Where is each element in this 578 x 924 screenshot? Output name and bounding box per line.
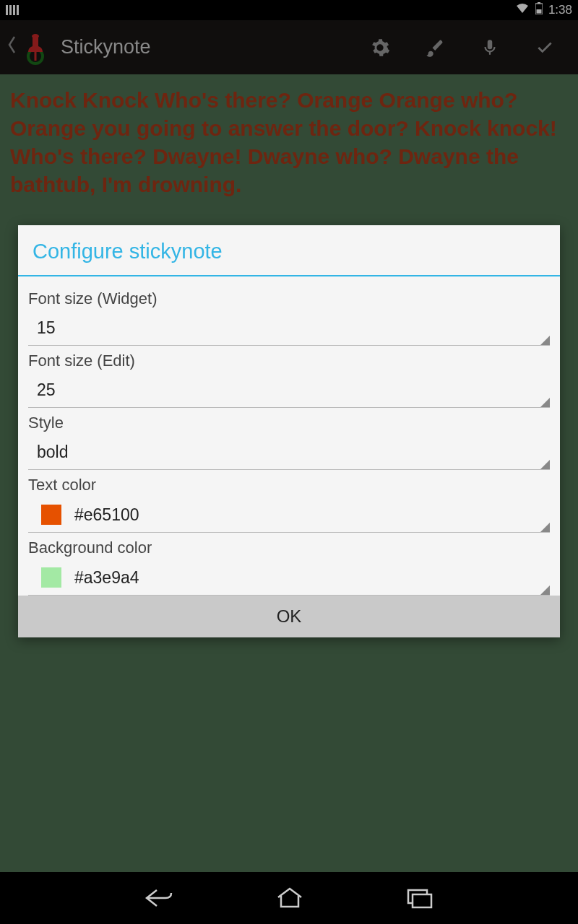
svg-rect-7	[413, 894, 431, 907]
ok-button[interactable]: OK	[18, 596, 560, 637]
notification-icon	[6, 5, 19, 15]
dialog-body: Font size (Widget) 15 Font size (Edit) 2…	[18, 276, 560, 596]
nav-bar	[0, 872, 578, 924]
wifi-icon	[515, 3, 530, 18]
configure-dialog: Configure stickynote Font size (Widget) …	[18, 225, 560, 637]
brush-icon[interactable]	[422, 35, 448, 61]
text-color-swatch	[41, 505, 61, 525]
nav-back-button[interactable]	[144, 887, 174, 909]
dialog-title: Configure stickynote	[18, 225, 560, 276]
font-edit-spinner[interactable]: 25	[28, 375, 550, 408]
font-widget-value: 15	[37, 318, 56, 338]
app-icon	[22, 30, 49, 65]
style-label: Style	[28, 409, 550, 437]
check-icon[interactable]	[532, 35, 558, 61]
text-color-field: Text color #e65100	[28, 471, 550, 533]
bg-color-value: #a3e9a4	[74, 568, 139, 588]
font-widget-spinner[interactable]: 15	[28, 313, 550, 346]
text-color-label: Text color	[28, 471, 550, 499]
style-spinner[interactable]: bold	[28, 437, 550, 470]
style-value: bold	[37, 443, 68, 462]
bg-color-field: Background color #a3e9a4	[28, 534, 550, 596]
action-bar: Stickynote	[0, 20, 578, 74]
svg-rect-4	[35, 52, 37, 61]
bg-color-label: Background color	[28, 534, 550, 562]
battery-icon	[535, 2, 543, 18]
font-widget-field: Font size (Widget) 15	[28, 285, 550, 346]
gear-icon[interactable]	[367, 35, 393, 61]
style-field: Style bold	[28, 409, 550, 470]
svg-rect-2	[536, 9, 541, 14]
page-title: Stickynote	[61, 36, 360, 58]
text-color-spinner[interactable]: #e65100	[28, 499, 550, 533]
font-widget-label: Font size (Widget)	[28, 285, 550, 313]
bg-color-spinner[interactable]: #a3e9a4	[28, 562, 550, 596]
nav-recent-button[interactable]	[405, 887, 434, 909]
status-time: 1:38	[548, 3, 572, 17]
font-edit-value: 25	[37, 380, 56, 400]
svg-rect-1	[538, 2, 540, 4]
font-edit-label: Font size (Edit)	[28, 347, 550, 375]
nav-home-button[interactable]	[275, 887, 304, 909]
back-button[interactable]	[7, 35, 17, 59]
font-edit-field: Font size (Edit) 25	[28, 347, 550, 408]
svg-point-5	[32, 34, 39, 38]
text-color-value: #e65100	[74, 505, 139, 525]
mic-icon[interactable]	[477, 35, 503, 61]
note-text[interactable]: Knock Knock Who's there? Orange Orange w…	[0, 74, 578, 210]
bg-color-swatch	[41, 567, 61, 588]
status-bar: 1:38	[0, 0, 578, 20]
